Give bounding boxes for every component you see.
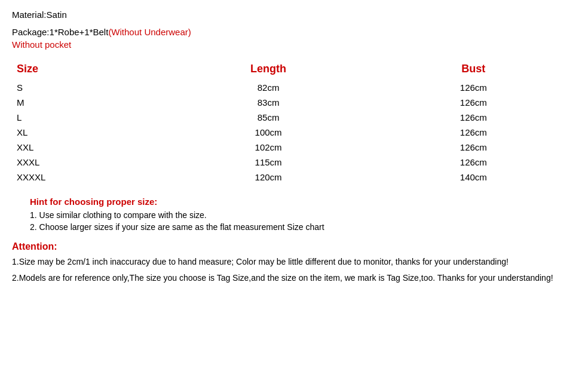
table-cell: XXXL	[12, 155, 166, 170]
table-cell: 83cm	[166, 95, 370, 110]
table-row: XL100cm126cm	[12, 125, 576, 140]
package-value: 1*Robe+1*Belt	[50, 27, 109, 37]
table-row: S82cm126cm	[12, 80, 576, 95]
material-line: Material:Satin	[12, 10, 576, 20]
table-row: L85cm126cm	[12, 110, 576, 125]
size-table: Size Length Bust S82cm126cmM83cm126cmL85…	[12, 60, 576, 185]
table-cell: S	[12, 80, 166, 95]
without-pocket: Without pocket	[12, 39, 576, 50]
material-label: Material:	[12, 10, 47, 20]
table-cell: 100cm	[166, 125, 370, 140]
table-cell: 120cm	[166, 170, 370, 185]
size-header-size: Size	[12, 60, 166, 80]
attention-item: 2.Models are for reference only,The size…	[12, 272, 576, 284]
attention-section: Attention: 1.Size may be 2cm/1 inch inac…	[12, 241, 576, 284]
size-header-bust: Bust	[371, 60, 576, 80]
table-cell: 115cm	[166, 155, 370, 170]
package-suffix: (Without Underwear)	[108, 27, 191, 37]
size-header-length: Length	[166, 60, 370, 80]
table-cell: 126cm	[371, 95, 576, 110]
attention-title: Attention:	[12, 241, 576, 252]
table-cell: 85cm	[166, 110, 370, 125]
attention-item: 1.Size may be 2cm/1 inch inaccuracy due …	[12, 256, 576, 268]
table-cell: L	[12, 110, 166, 125]
package-label: Package:	[12, 27, 50, 37]
table-cell: 126cm	[371, 125, 576, 140]
table-cell: XL	[12, 125, 166, 140]
hint-title: Hint for choosing proper size:	[30, 197, 576, 207]
table-cell: XXL	[12, 140, 166, 155]
table-row: XXXL115cm126cm	[12, 155, 576, 170]
table-cell: 126cm	[371, 80, 576, 95]
hint-item: 1. Use similar clothing to compare with …	[30, 210, 576, 220]
table-cell: 126cm	[371, 155, 576, 170]
table-cell: 140cm	[371, 170, 576, 185]
table-row: XXXXL120cm140cm	[12, 170, 576, 185]
hint-section: Hint for choosing proper size: 1. Use si…	[12, 197, 576, 232]
table-cell: 126cm	[371, 140, 576, 155]
table-cell: 126cm	[371, 110, 576, 125]
hint-item: 2. Choose larger sizes if your size are …	[30, 222, 576, 232]
table-row: M83cm126cm	[12, 95, 576, 110]
table-cell: XXXXL	[12, 170, 166, 185]
material-value: Satin	[47, 10, 67, 20]
package-line: Package:1*Robe+1*Belt(Without Underwear)	[12, 27, 576, 37]
table-cell: 82cm	[166, 80, 370, 95]
table-cell: M	[12, 95, 166, 110]
table-cell: 102cm	[166, 140, 370, 155]
table-row: XXL102cm126cm	[12, 140, 576, 155]
